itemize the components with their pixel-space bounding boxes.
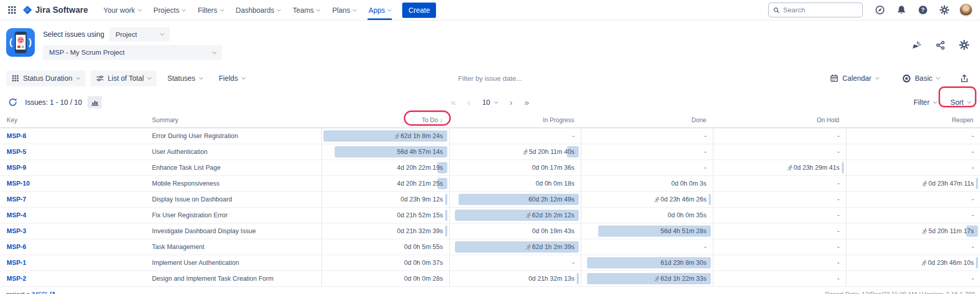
issue-summary-cell: Design and Implement Task Creation Form <box>145 271 321 287</box>
duration-cell: 60d 2h 12m 49s <box>449 192 581 208</box>
duration-value: 4d 20h 21m 25s <box>397 180 443 187</box>
report-settings-icon[interactable] <box>957 38 971 52</box>
bar-chart-icon <box>91 99 99 106</box>
sort-dropdown[interactable]: Sort <box>950 98 971 106</box>
duration-value: 0d 0h 5m 55s <box>404 243 443 251</box>
duration-cell: - <box>581 239 713 255</box>
primary-nav: Your workProjectsFiltersDashboardsTeamsP… <box>97 0 397 20</box>
calendar-select[interactable]: Calendar <box>824 71 884 86</box>
column-header-reopen[interactable]: Reopen <box>846 112 980 128</box>
pagination: « ‹ 10 › » <box>451 98 529 107</box>
grid-icon <box>12 75 19 82</box>
nav-item-plans[interactable]: Plans <box>326 0 362 20</box>
issue-summary-cell: Investigate Dashboard Display Issue <box>145 223 321 239</box>
duration-cell: - <box>846 271 980 287</box>
brand-name: Jira Software <box>35 6 88 15</box>
nav-item-your-work[interactable]: Your work <box>97 0 147 20</box>
column-header-summary[interactable]: Summary <box>145 112 321 128</box>
view-mode-select[interactable]: List of Total <box>91 71 157 86</box>
issue-key-link[interactable]: MSP-8 <box>7 132 26 140</box>
duration-value: 0d 23h 46m 10s <box>928 259 974 266</box>
issue-key-link[interactable]: MSP-10 <box>7 180 30 187</box>
duration-cell: - <box>581 144 713 160</box>
duration-value: 5d 20h 11m 40s <box>529 148 575 155</box>
empty-duration: - <box>837 148 839 155</box>
issue-key-link[interactable]: MSP-5 <box>7 148 26 155</box>
chevron-down-icon <box>242 75 246 79</box>
issue-source-select[interactable]: Project <box>110 27 170 41</box>
announcement-icon[interactable] <box>909 38 923 52</box>
issue-key-link[interactable]: MSP-1 <box>7 259 26 266</box>
chart-view-button[interactable] <box>88 96 102 108</box>
prev-page-button[interactable]: ‹ <box>468 98 471 107</box>
statuses-select[interactable]: Statuses <box>162 71 208 86</box>
refresh-icon[interactable] <box>6 96 19 109</box>
jira-brand[interactable]: Jira Software <box>23 5 88 15</box>
settings-icon[interactable] <box>938 4 951 17</box>
date-filter[interactable]: Filter by issue date... <box>458 75 522 82</box>
page-size-select[interactable]: 10 <box>482 98 498 106</box>
nav-item-apps[interactable]: Apps <box>362 0 397 20</box>
column-header-done[interactable]: Done <box>581 112 713 128</box>
discover-icon[interactable] <box>873 4 886 17</box>
duration-value: 61d 23h 8m 30s <box>661 259 707 266</box>
notifications-icon[interactable] <box>895 4 908 17</box>
column-header-label: Done <box>691 117 706 124</box>
empty-duration: - <box>837 180 839 187</box>
nav-item-teams[interactable]: Teams <box>287 0 326 20</box>
last-page-button[interactable]: » <box>524 98 529 107</box>
duration-cell: 0d 23h 29m 41s <box>713 160 846 176</box>
duration-value: 0d 0h 0m 18s <box>536 180 575 187</box>
column-header-on-hold[interactable]: On Hold <box>713 112 846 128</box>
first-page-button[interactable]: « <box>451 98 455 107</box>
duration-cell: - <box>846 192 980 208</box>
issue-key-link[interactable]: MSP-7 <box>7 196 26 203</box>
issue-key-link[interactable]: MSP-9 <box>7 164 26 171</box>
filter-dropdown[interactable]: Filter <box>913 98 937 106</box>
issue-key-link[interactable]: MSP-6 <box>7 243 26 251</box>
duration-cell: - <box>713 208 846 223</box>
jql-filter-link[interactable]: project = 'MSP' <box>6 291 55 294</box>
running-status-icon <box>921 228 928 235</box>
issue-key-cell: MSP-1 <box>0 255 145 271</box>
duration-cell: 0d 0h 0m 37s <box>321 255 449 271</box>
column-header-in-progress[interactable]: In Progress <box>449 112 581 128</box>
duration-value: 62d 1h 2m 12s <box>532 212 575 219</box>
empty-duration: - <box>972 212 974 219</box>
duration-cell: - <box>846 208 980 223</box>
chevron-down-icon <box>494 99 498 103</box>
duration-cell: 0d 23h 46m 10s <box>846 255 980 271</box>
fields-select[interactable]: Fields <box>213 71 251 86</box>
issue-key-link[interactable]: MSP-2 <box>7 275 26 282</box>
duration-cell: - <box>846 128 980 144</box>
duration-cell: 5d 20h 11m 40s <box>449 144 581 160</box>
issue-key-link[interactable]: MSP-4 <box>7 212 26 219</box>
detail-level-select[interactable]: Basic <box>897 71 945 86</box>
issue-key-link[interactable]: MSP-3 <box>7 228 26 235</box>
app-switcher-icon[interactable] <box>5 4 18 17</box>
nav-item-projects[interactable]: Projects <box>147 0 192 20</box>
column-header-to-do[interactable]: To Do ↓ <box>321 112 449 128</box>
nav-item-dashboards[interactable]: Dashboards <box>230 0 287 20</box>
user-avatar[interactable] <box>959 3 973 17</box>
help-icon[interactable]: ? <box>916 4 929 17</box>
duration-value: 0d 21h 52m 15s <box>397 212 443 219</box>
next-page-button[interactable]: › <box>510 98 513 107</box>
column-header-key[interactable]: Key <box>0 112 145 128</box>
nav-item-filters[interactable]: Filters <box>191 0 229 20</box>
issue-key-cell: MSP-10 <box>0 176 145 192</box>
issue-row: MSP-5User Authentication56d 4h 57m 14s 5… <box>0 144 980 160</box>
share-icon[interactable] <box>933 38 947 52</box>
duration-value: 60d 2h 12m 49s <box>529 196 575 203</box>
running-status-icon <box>394 133 400 140</box>
duration-value: 0d 0h 0m 3s <box>671 180 707 187</box>
empty-duration: - <box>972 148 974 155</box>
create-button[interactable]: Create <box>402 3 436 18</box>
report-type-select[interactable]: Status Duration <box>6 71 85 86</box>
empty-duration: - <box>837 275 839 282</box>
project-select[interactable]: MSP - My Scrum Project <box>43 45 222 60</box>
search-icon <box>773 7 779 14</box>
search-input[interactable] <box>783 6 858 14</box>
duration-value: 0d 23h 47m 11s <box>928 180 974 187</box>
export-icon[interactable] <box>957 72 971 85</box>
